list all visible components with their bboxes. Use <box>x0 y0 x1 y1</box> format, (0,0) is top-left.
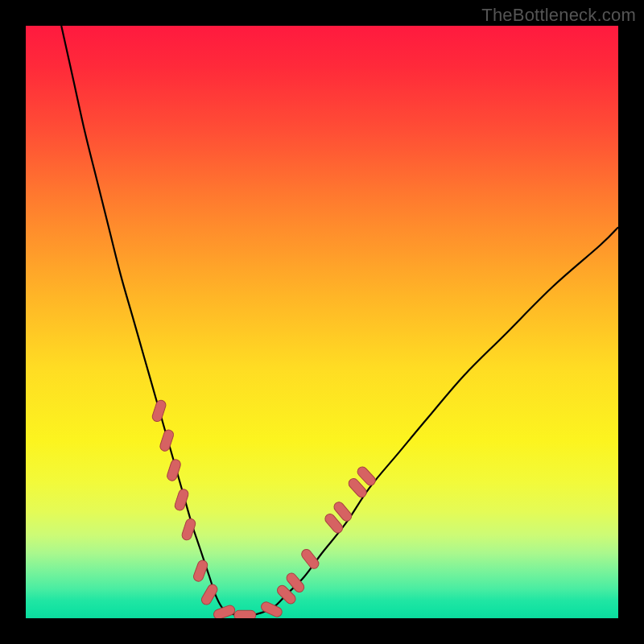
plot-area <box>26 26 618 618</box>
curve-marker <box>151 399 167 423</box>
curve-marker <box>159 429 175 452</box>
curve-marker <box>213 604 236 618</box>
curve-markers <box>151 399 378 618</box>
curve-marker <box>192 559 209 582</box>
curve-layer <box>26 26 618 618</box>
chart-frame: TheBottleneck.com <box>0 0 644 644</box>
curve-marker <box>260 601 284 618</box>
curve-marker <box>234 610 256 618</box>
watermark-text: TheBottleneck.com <box>481 5 636 26</box>
